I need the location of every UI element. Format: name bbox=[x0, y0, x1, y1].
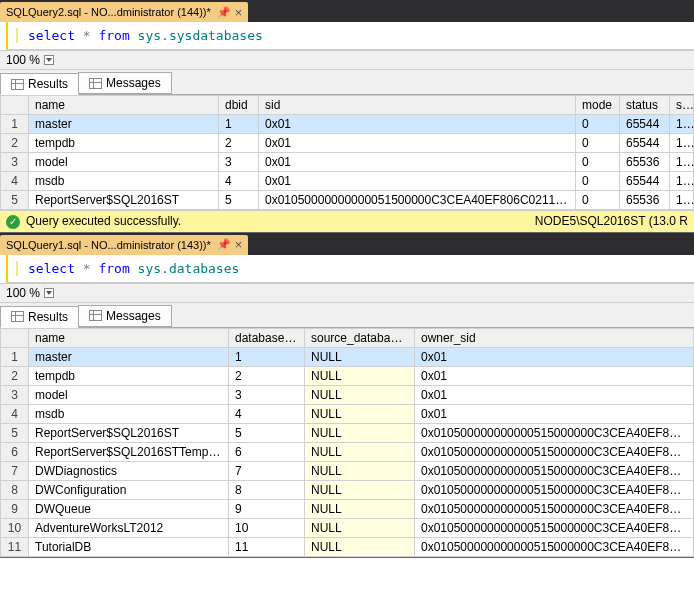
table-row[interactable]: 6ReportServer$SQL2016STTempDB6NULL0x0105… bbox=[1, 442, 694, 461]
status-bar: ✓Query executed successfully. NODE5\SQL2… bbox=[0, 210, 694, 232]
col-header[interactable]: source_database_id bbox=[305, 328, 415, 347]
zoom-level[interactable]: 100 % bbox=[6, 286, 40, 300]
table-row[interactable]: 5ReportServer$SQL2016ST5NULL0x0105000000… bbox=[1, 423, 694, 442]
col-header[interactable]: name bbox=[29, 96, 219, 115]
tab-results[interactable]: Results bbox=[0, 306, 79, 328]
table-row[interactable]: 2tempdb2NULL0x01 bbox=[1, 366, 694, 385]
close-icon[interactable]: × bbox=[235, 5, 243, 20]
query-pane-top: SQLQuery2.sql - NO...dministrator (144))… bbox=[0, 0, 694, 233]
table-row[interactable]: 2tempdb20x0106554410 bbox=[1, 134, 694, 153]
sql-editor-bottom[interactable]: select * from sys.databases bbox=[6, 255, 694, 283]
tab-bar-top: SQLQuery2.sql - NO...dministrator (144))… bbox=[0, 0, 694, 22]
col-header[interactable]: status bbox=[620, 96, 670, 115]
zoom-bar-top: 100 % bbox=[0, 50, 694, 70]
tab-title: SQLQuery2.sql - NO...dministrator (144))… bbox=[6, 6, 211, 18]
header-row: name database_id source_database_id owne… bbox=[1, 328, 694, 347]
table-row[interactable]: 1master1NULL0x01 bbox=[1, 347, 694, 366]
results-grid-top[interactable]: name dbid sid mode status sta 1master10x… bbox=[0, 95, 694, 210]
table-row[interactable]: 4msdb40x0106554410 bbox=[1, 172, 694, 191]
col-header[interactable]: owner_sid bbox=[415, 328, 694, 347]
close-icon[interactable]: × bbox=[235, 237, 243, 252]
zoom-dropdown-icon[interactable] bbox=[44, 55, 54, 65]
grid-icon bbox=[11, 79, 24, 90]
col-header[interactable]: mode bbox=[576, 96, 620, 115]
zoom-level[interactable]: 100 % bbox=[6, 53, 40, 67]
messages-icon bbox=[89, 78, 102, 89]
tab-messages[interactable]: Messages bbox=[78, 305, 172, 327]
results-grid-bottom[interactable]: name database_id source_database_id owne… bbox=[0, 328, 694, 557]
table-row[interactable]: 8DWConfiguration8NULL0x01050000000000051… bbox=[1, 480, 694, 499]
status-message: Query executed successfully. bbox=[26, 214, 181, 228]
query-pane-bottom: SQLQuery1.sql - NO...dministrator (143))… bbox=[0, 233, 694, 558]
table-row[interactable]: 9DWQueue9NULL0x010500000000000515000000C… bbox=[1, 499, 694, 518]
table-row[interactable]: 10AdventureWorksLT201210NULL0x0105000000… bbox=[1, 518, 694, 537]
pin-icon[interactable]: 📌 bbox=[217, 6, 231, 19]
result-tabs-top: Results Messages bbox=[0, 70, 694, 95]
table-row[interactable]: 3model3NULL0x01 bbox=[1, 385, 694, 404]
table-row[interactable]: 11TutorialDB11NULL0x01050000000000051500… bbox=[1, 537, 694, 556]
table-row[interactable]: 7DWDiagnostics7NULL0x0105000000000005150… bbox=[1, 461, 694, 480]
table-row[interactable]: 5ReportServer$SQL2016ST50x01050000000000… bbox=[1, 191, 694, 210]
zoom-dropdown-icon[interactable] bbox=[44, 288, 54, 298]
tab-bar-bottom: SQLQuery1.sql - NO...dministrator (143))… bbox=[0, 233, 694, 255]
header-row: name dbid sid mode status sta bbox=[1, 96, 694, 115]
col-header[interactable]: dbid bbox=[219, 96, 259, 115]
sql-editor-top[interactable]: select * from sys.sysdatabases bbox=[6, 22, 694, 50]
table-row[interactable]: 1master10x0106554410 bbox=[1, 115, 694, 134]
server-label: NODE5\SQL2016ST (13.0 R bbox=[535, 214, 688, 228]
tab-results[interactable]: Results bbox=[0, 73, 79, 95]
document-tab-top[interactable]: SQLQuery2.sql - NO...dministrator (144))… bbox=[0, 2, 248, 22]
pin-icon[interactable]: 📌 bbox=[217, 238, 231, 251]
success-icon: ✓ bbox=[6, 215, 20, 229]
col-header[interactable]: sid bbox=[259, 96, 576, 115]
document-tab-bottom[interactable]: SQLQuery1.sql - NO...dministrator (143))… bbox=[0, 235, 248, 255]
col-header[interactable]: name bbox=[29, 328, 229, 347]
table-row[interactable]: 4msdb4NULL0x01 bbox=[1, 404, 694, 423]
table-row[interactable]: 3model30x0106553610 bbox=[1, 153, 694, 172]
col-header[interactable]: database_id bbox=[229, 328, 305, 347]
result-tabs-bottom: Results Messages bbox=[0, 303, 694, 328]
tab-title: SQLQuery1.sql - NO...dministrator (143))… bbox=[6, 239, 211, 251]
messages-icon bbox=[89, 310, 102, 321]
zoom-bar-bottom: 100 % bbox=[0, 283, 694, 303]
grid-icon bbox=[11, 311, 24, 322]
col-header[interactable]: sta bbox=[670, 96, 694, 115]
tab-messages[interactable]: Messages bbox=[78, 72, 172, 94]
